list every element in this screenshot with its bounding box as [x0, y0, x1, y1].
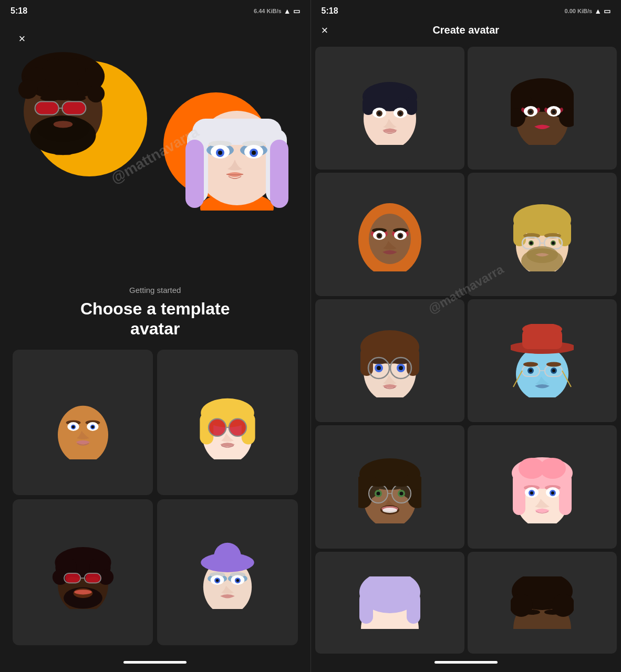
svg-point-219	[544, 610, 561, 615]
avatar-cell-partial-2[interactable]	[468, 552, 617, 654]
svg-rect-199	[559, 473, 572, 515]
svg-rect-198	[513, 473, 525, 515]
svg-rect-11	[36, 102, 58, 115]
svg-point-201	[540, 458, 566, 479]
bottom-bar-left	[0, 656, 310, 672]
avatar-cell-blonde-beard[interactable]	[468, 173, 617, 296]
svg-point-129	[399, 234, 402, 237]
status-icons-left: 6.44 KiB/s ▲ ▭	[254, 7, 299, 15]
svg-point-190	[369, 481, 387, 487]
svg-point-10	[67, 95, 86, 101]
svg-rect-213	[407, 592, 420, 624]
svg-rect-212	[359, 592, 373, 624]
svg-point-189	[399, 492, 403, 496]
create-avatar-title: Create avatar	[432, 24, 499, 36]
avatar-cell-dark-curly-glasses[interactable]	[315, 425, 464, 548]
svg-point-99	[399, 112, 402, 115]
svg-point-46	[71, 425, 75, 428]
svg-point-86	[236, 579, 239, 582]
svg-point-115	[529, 110, 532, 113]
title-line1: Choose a template	[80, 299, 230, 318]
svg-point-175	[546, 362, 561, 366]
avatar-cell-cowboy-blue[interactable]	[468, 299, 617, 422]
svg-point-39	[58, 405, 108, 459]
svg-point-8	[63, 58, 85, 81]
avatar-showcase: @mattnavarra	[0, 29, 310, 281]
svg-rect-27	[270, 140, 288, 208]
close-button-left[interactable]: ×	[13, 29, 32, 48]
svg-point-209	[551, 491, 554, 495]
svg-point-208	[530, 491, 533, 495]
home-indicator-left	[123, 661, 187, 664]
avatar-cell-pink-hair[interactable]	[468, 425, 617, 548]
left-panel: 5:18 6.44 KiB/s ▲ ▭ ×	[0, 0, 310, 672]
svg-rect-26	[185, 140, 204, 208]
template-cell-dark-curly-male[interactable]	[13, 499, 153, 645]
svg-rect-66	[85, 573, 101, 583]
avatar-cell-partial-1[interactable]	[315, 552, 464, 654]
svg-rect-65	[65, 573, 80, 583]
svg-point-47	[91, 425, 94, 428]
svg-point-9	[40, 95, 60, 101]
svg-point-5	[18, 80, 38, 99]
svg-point-172	[529, 369, 532, 372]
battery-icon: ▭	[293, 7, 300, 15]
svg-point-98	[378, 112, 381, 115]
svg-point-158	[377, 366, 381, 370]
svg-rect-12	[63, 102, 86, 115]
home-indicator-right	[434, 661, 498, 664]
template-cell-blonde-female[interactable]	[157, 350, 297, 496]
right-panel: 5:18 0.00 KiB/s ▲ ▭ × Create avatar @mat…	[311, 0, 622, 672]
svg-rect-90	[363, 97, 374, 115]
svg-point-188	[376, 492, 380, 496]
template-cell-bald-male[interactable]	[13, 350, 153, 496]
avatar-cell-hijab[interactable]	[315, 173, 464, 296]
avatar-cell-curly-dark-female[interactable]	[468, 47, 617, 170]
svg-point-191	[392, 481, 410, 487]
template-cell-purple-bun[interactable]	[157, 499, 297, 645]
bottom-bar-right	[311, 656, 622, 672]
showcase-avatar-2	[179, 77, 295, 213]
svg-point-119	[369, 214, 411, 264]
getting-started-label: Getting started	[129, 286, 181, 295]
svg-point-174	[523, 362, 538, 366]
svg-point-142	[530, 242, 533, 245]
svg-point-85	[216, 579, 219, 582]
svg-point-6	[87, 85, 105, 102]
battery-icon-right: ▭	[604, 7, 610, 15]
wifi-icon: ▲	[284, 7, 291, 15]
wifi-icon-right: ▲	[594, 7, 602, 15]
avatar-cell-black-hair-male[interactable]	[315, 47, 464, 170]
svg-point-218	[523, 610, 540, 615]
status-bar-left: 5:18 6.44 KiB/s ▲ ▭	[0, 0, 310, 19]
svg-point-173	[552, 369, 555, 372]
svg-point-37	[252, 151, 256, 155]
svg-point-36	[218, 151, 222, 155]
status-bar-right: 5:18 0.00 KiB/s ▲ ▭	[311, 0, 622, 19]
svg-point-159	[399, 366, 403, 370]
network-speed-left: 6.44 KiB/s	[254, 8, 282, 14]
close-button-right[interactable]: ×	[322, 24, 328, 37]
svg-point-116	[552, 110, 555, 113]
network-speed-right: 0.00 KiB/s	[565, 8, 593, 14]
time-right: 5:18	[322, 6, 338, 16]
page-title-left: Choose a template avatar	[70, 299, 241, 339]
status-icons-right: 0.00 KiB/s ▲ ▭	[565, 7, 610, 15]
avatar-cell-brown-glasses[interactable]	[315, 299, 464, 422]
svg-rect-91	[406, 97, 417, 115]
svg-point-194	[382, 508, 397, 513]
time-left: 5:18	[11, 6, 27, 16]
avatar-grid: @mattnavarra	[311, 45, 622, 656]
svg-point-72	[74, 590, 91, 594]
svg-point-143	[552, 242, 555, 245]
svg-rect-25	[192, 119, 282, 145]
svg-point-128	[378, 234, 381, 237]
title-line2: avatar	[130, 319, 180, 338]
svg-point-19	[54, 121, 73, 128]
right-header: × Create avatar	[311, 19, 622, 45]
showcase-avatar-1	[11, 40, 116, 163]
svg-point-76	[201, 553, 254, 572]
template-grid	[0, 339, 310, 656]
